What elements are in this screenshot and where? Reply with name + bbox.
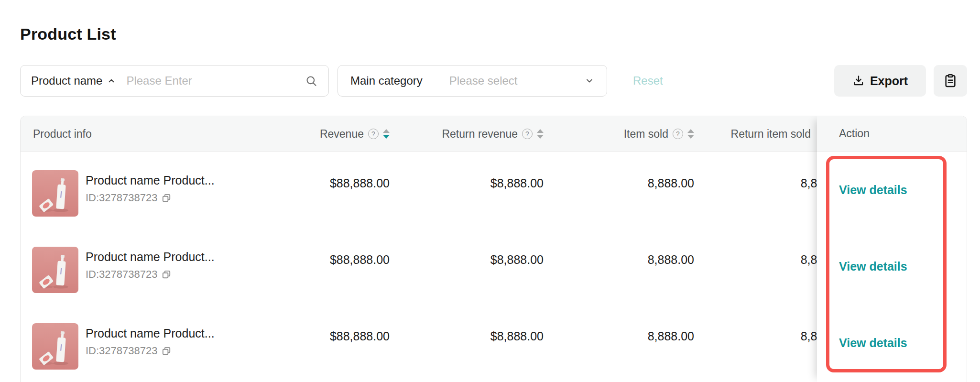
column-header-action: Action [817,116,967,152]
column-header-revenue-label: Revenue [320,128,364,141]
column-header-item-sold[interactable]: Item sold ? [545,116,696,152]
return-item-sold-cell: 8,888.00 [696,253,817,267]
export-button-label: Export [870,74,908,88]
sort-desc-icon [383,135,390,139]
sort-desc-icon [687,135,694,139]
product-id: ID:3278738723 [86,345,157,357]
main-category-label: Main category [350,74,423,87]
table-row: Product name Product... ID:3278738723 $8… [21,305,817,381]
product-name: Product name Product... [86,250,215,264]
revenue-cell: $88,888.00 [239,329,392,343]
help-icon[interactable]: ? [673,129,683,139]
copy-icon[interactable] [161,193,172,204]
item-sold-cell: 8,888.00 [545,176,696,190]
copy-icon[interactable] [161,346,172,357]
page-title: Product List [20,25,116,44]
product-name: Product name Product... [86,174,215,187]
search-icon[interactable] [305,75,318,87]
chevron-up-icon [107,76,116,85]
product-table: Product info Revenue ? Return revenue ? [20,116,967,382]
view-details-link[interactable]: View details [839,183,907,197]
help-icon[interactable]: ? [368,129,379,139]
view-details-link[interactable]: View details [839,336,907,350]
product-id-line: ID:3278738723 [86,268,172,281]
sort-asc-icon [687,129,694,133]
product-image [32,170,78,217]
search-input[interactable] [126,74,305,87]
clipboard-icon [943,73,958,88]
product-image [32,323,78,370]
sort-desc-icon [537,135,544,139]
item-sold-cell: 8,888.00 [545,329,696,343]
search-field-selector[interactable]: Product name [31,74,116,87]
column-header-item-sold-label: Item sold [624,128,668,141]
reset-button[interactable]: Reset [633,65,663,97]
product-name: Product name Product... [86,327,215,340]
search-field-label: Product name [31,74,102,87]
sorter-revenue[interactable] [383,129,390,139]
return-revenue-cell: $8,888.00 [392,329,545,343]
copy-icon[interactable] [161,269,172,280]
clipboard-button[interactable] [934,65,967,97]
product-id-line: ID:3278738723 [86,345,172,357]
column-header-product-info: Product info [21,116,239,152]
return-revenue-cell: $8,888.00 [392,253,545,267]
action-cell: View details [817,305,967,381]
product-id: ID:3278738723 [86,268,157,281]
revenue-cell: $88,888.00 [239,176,392,190]
column-header-return-item-sold: Return item sold [696,116,817,152]
table-scroll-area[interactable]: Product info Revenue ? Return revenue ? [21,116,817,382]
column-header-return-revenue-label: Return revenue [442,128,518,141]
sort-asc-icon [383,129,390,133]
sorter-return-revenue[interactable] [537,129,544,139]
revenue-cell: $88,888.00 [239,253,392,267]
main-category-placeholder: Please select [449,74,585,87]
chevron-down-icon [585,76,594,86]
download-icon [852,75,865,87]
product-image [32,247,78,293]
view-details-link[interactable]: View details [839,260,907,273]
help-icon[interactable]: ? [522,129,533,139]
return-item-sold-cell: 8,888.00 [696,329,817,343]
return-revenue-cell: $8,888.00 [392,176,545,190]
table-header-row: Product info Revenue ? Return revenue ? [21,116,817,152]
product-id: ID:3278738723 [86,192,157,204]
product-id-line: ID:3278738723 [86,192,172,204]
export-button[interactable]: Export [834,65,926,97]
sorter-item-sold[interactable] [687,129,694,139]
product-search-box[interactable]: Product name [20,65,329,97]
action-cell: View details [817,228,967,305]
table-row: Product name Product... ID:3278738723 $8… [21,152,817,228]
table-row: Product name Product... ID:3278738723 $8… [21,228,817,305]
product-list-page: Product List Product name Main category … [0,0,980,382]
action-column: Action View details View details View de… [817,116,967,382]
item-sold-cell: 8,888.00 [545,253,696,267]
main-category-select[interactable]: Main category Please select [338,65,607,97]
column-header-return-revenue[interactable]: Return revenue ? [392,116,545,152]
sort-asc-icon [537,129,544,133]
column-header-revenue[interactable]: Revenue ? [239,116,392,152]
return-item-sold-cell: 8,888.00 [696,176,817,190]
action-cell: View details [817,152,967,228]
